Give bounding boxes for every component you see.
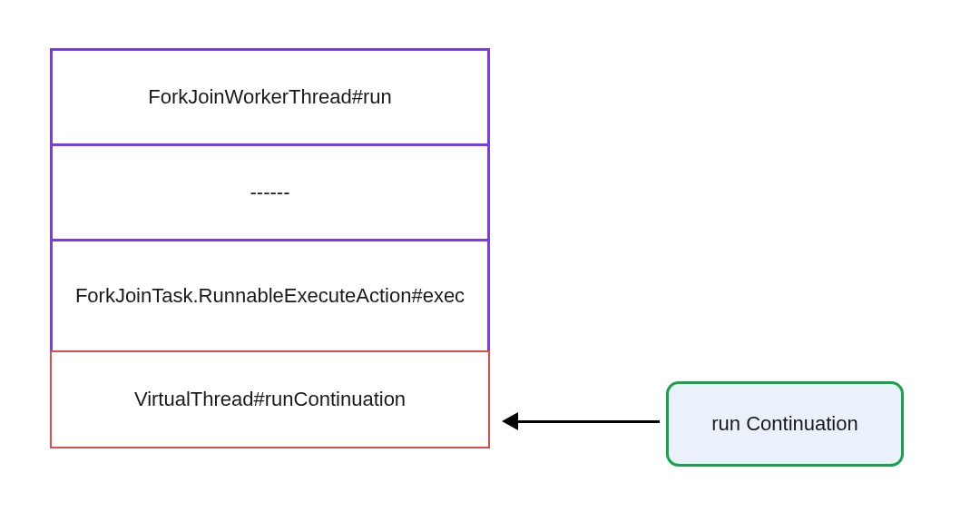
stack-frame-label: ------ [250,179,290,206]
call-stack: ForkJoinWorkerThread#run ------ ForkJoin… [50,48,490,448]
arrow-head-icon [502,412,518,430]
stack-frame-label: ForkJoinTask.RunnableExecuteAction#exec [75,282,465,310]
stack-frame-runnable-execute-action-exec: ForkJoinTask.RunnableExecuteAction#exec [53,241,487,350]
diagram-canvas: ForkJoinWorkerThread#run ------ ForkJoin… [0,0,980,522]
run-continuation-box: run Continuation [666,381,904,467]
stack-frame-forkjoin-worker-thread-run: ForkJoinWorkerThread#run [53,51,487,146]
stack-frame-ellipsis: ------ [53,146,487,241]
arrow-shaft [511,420,660,423]
side-box-label: run Continuation [711,412,858,436]
stack-frame-label: VirtualThread#runContinuation [134,386,406,413]
stack-frame-virtual-thread-run-continuation: VirtualThread#runContinuation [50,350,490,448]
stack-frame-label: ForkJoinWorkerThread#run [148,84,392,111]
arrow-left-icon [502,412,660,430]
